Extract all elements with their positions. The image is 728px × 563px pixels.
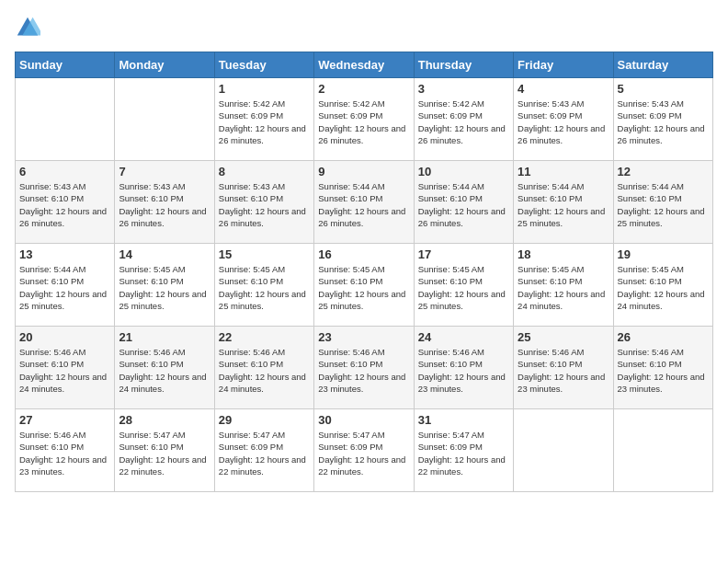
calendar-day-cell: 5Sunrise: 5:43 AM Sunset: 6:09 PM Daylig… [613,78,712,161]
day-info: Sunrise: 5:44 AM Sunset: 6:10 PM Dayligh… [318,180,409,229]
calendar-day-cell: 22Sunrise: 5:46 AM Sunset: 6:10 PM Dayli… [214,327,313,409]
calendar-week-row: 20Sunrise: 5:46 AM Sunset: 6:10 PM Dayli… [16,327,713,409]
day-info: Sunrise: 5:45 AM Sunset: 6:10 PM Dayligh… [318,263,409,312]
calendar-day-cell: 21Sunrise: 5:46 AM Sunset: 6:10 PM Dayli… [115,327,214,409]
calendar-day-cell: 27Sunrise: 5:46 AM Sunset: 6:10 PM Dayli… [16,409,115,492]
day-info: Sunrise: 5:43 AM Sunset: 6:10 PM Dayligh… [19,180,110,229]
day-info: Sunrise: 5:46 AM Sunset: 6:10 PM Dayligh… [518,346,609,395]
calendar-day-header: Monday [115,52,214,78]
day-number: 24 [418,330,509,344]
day-number: 1 [219,82,310,96]
calendar-day-cell [16,78,115,161]
calendar-day-header: Saturday [613,52,712,78]
day-info: Sunrise: 5:45 AM Sunset: 6:10 PM Dayligh… [219,263,310,312]
day-info: Sunrise: 5:47 AM Sunset: 6:10 PM Dayligh… [119,429,210,477]
day-info: Sunrise: 5:43 AM Sunset: 6:10 PM Dayligh… [119,180,210,229]
calendar-day-cell: 15Sunrise: 5:45 AM Sunset: 6:10 PM Dayli… [214,244,313,327]
calendar-day-cell: 9Sunrise: 5:44 AM Sunset: 6:10 PM Daylig… [314,161,414,244]
day-info: Sunrise: 5:43 AM Sunset: 6:09 PM Dayligh… [518,98,609,146]
day-number: 11 [518,165,609,178]
day-number: 3 [418,82,509,96]
calendar-day-cell: 17Sunrise: 5:45 AM Sunset: 6:10 PM Dayli… [414,244,513,327]
calendar-day-cell: 24Sunrise: 5:46 AM Sunset: 6:10 PM Dayli… [414,327,513,409]
calendar-day-cell: 7Sunrise: 5:43 AM Sunset: 6:10 PM Daylig… [115,161,214,244]
day-number: 4 [518,82,609,96]
day-number: 25 [518,330,609,344]
calendar-week-row: 27Sunrise: 5:46 AM Sunset: 6:10 PM Dayli… [16,409,713,492]
calendar-day-cell: 31Sunrise: 5:47 AM Sunset: 6:09 PM Dayli… [414,409,513,492]
calendar-day-cell: 14Sunrise: 5:45 AM Sunset: 6:10 PM Dayli… [115,244,214,327]
day-info: Sunrise: 5:45 AM Sunset: 6:10 PM Dayligh… [119,263,210,312]
day-info: Sunrise: 5:45 AM Sunset: 6:10 PM Dayligh… [518,263,609,312]
day-number: 17 [418,247,509,261]
day-info: Sunrise: 5:42 AM Sunset: 6:09 PM Dayligh… [318,98,409,146]
day-number: 31 [418,413,509,427]
day-info: Sunrise: 5:44 AM Sunset: 6:10 PM Dayligh… [418,180,509,229]
calendar-day-header: Thursday [414,52,513,78]
calendar-day-cell: 13Sunrise: 5:44 AM Sunset: 6:10 PM Dayli… [16,244,115,327]
day-number: 16 [318,247,409,261]
day-info: Sunrise: 5:43 AM Sunset: 6:10 PM Dayligh… [219,180,310,229]
day-info: Sunrise: 5:44 AM Sunset: 6:10 PM Dayligh… [19,263,110,312]
day-number: 15 [219,247,310,261]
calendar-week-row: 6Sunrise: 5:43 AM Sunset: 6:10 PM Daylig… [16,161,713,244]
calendar-day-cell: 10Sunrise: 5:44 AM Sunset: 6:10 PM Dayli… [414,161,513,244]
calendar-day-header: Wednesday [314,52,414,78]
day-info: Sunrise: 5:44 AM Sunset: 6:10 PM Dayligh… [518,180,609,229]
day-number: 6 [19,165,110,178]
day-number: 27 [19,413,110,427]
day-number: 13 [19,247,110,261]
page-header [15,15,713,40]
day-info: Sunrise: 5:45 AM Sunset: 6:10 PM Dayligh… [618,263,709,312]
calendar-day-cell: 4Sunrise: 5:43 AM Sunset: 6:09 PM Daylig… [514,78,613,161]
day-info: Sunrise: 5:47 AM Sunset: 6:09 PM Dayligh… [418,429,509,477]
day-number: 19 [618,247,709,261]
day-number: 5 [618,82,709,96]
calendar-day-cell: 11Sunrise: 5:44 AM Sunset: 6:10 PM Dayli… [514,161,613,244]
day-info: Sunrise: 5:42 AM Sunset: 6:09 PM Dayligh… [219,98,310,146]
day-number: 8 [219,165,310,178]
day-info: Sunrise: 5:45 AM Sunset: 6:10 PM Dayligh… [418,263,509,312]
day-number: 22 [219,330,310,344]
calendar-header-row: SundayMondayTuesdayWednesdayThursdayFrid… [16,52,713,78]
day-info: Sunrise: 5:46 AM Sunset: 6:10 PM Dayligh… [418,346,509,395]
day-number: 21 [119,330,210,344]
calendar-day-cell: 8Sunrise: 5:43 AM Sunset: 6:10 PM Daylig… [214,161,313,244]
day-number: 10 [418,165,509,178]
day-number: 2 [318,82,409,96]
day-number: 18 [518,247,609,261]
day-number: 20 [19,330,110,344]
day-info: Sunrise: 5:47 AM Sunset: 6:09 PM Dayligh… [318,429,409,477]
calendar-day-header: Sunday [16,52,115,78]
day-info: Sunrise: 5:46 AM Sunset: 6:10 PM Dayligh… [219,346,310,395]
day-info: Sunrise: 5:46 AM Sunset: 6:10 PM Dayligh… [19,346,110,395]
day-info: Sunrise: 5:46 AM Sunset: 6:10 PM Dayligh… [19,429,110,477]
calendar-day-header: Tuesday [214,52,313,78]
calendar-day-cell: 1Sunrise: 5:42 AM Sunset: 6:09 PM Daylig… [214,78,313,161]
calendar-day-cell: 19Sunrise: 5:45 AM Sunset: 6:10 PM Dayli… [613,244,712,327]
calendar-day-cell [115,78,214,161]
calendar-day-cell: 30Sunrise: 5:47 AM Sunset: 6:09 PM Dayli… [314,409,414,492]
logo-icon [15,15,40,40]
calendar-day-cell: 6Sunrise: 5:43 AM Sunset: 6:10 PM Daylig… [16,161,115,244]
day-number: 14 [119,247,210,261]
calendar-day-cell: 23Sunrise: 5:46 AM Sunset: 6:10 PM Dayli… [314,327,414,409]
calendar-day-cell: 28Sunrise: 5:47 AM Sunset: 6:10 PM Dayli… [115,409,214,492]
day-info: Sunrise: 5:46 AM Sunset: 6:10 PM Dayligh… [119,346,210,395]
day-number: 30 [318,413,409,427]
calendar-day-cell: 25Sunrise: 5:46 AM Sunset: 6:10 PM Dayli… [514,327,613,409]
day-number: 9 [318,165,409,178]
day-number: 29 [219,413,310,427]
calendar-day-cell: 20Sunrise: 5:46 AM Sunset: 6:10 PM Dayli… [16,327,115,409]
calendar-day-cell: 16Sunrise: 5:45 AM Sunset: 6:10 PM Dayli… [314,244,414,327]
day-info: Sunrise: 5:43 AM Sunset: 6:09 PM Dayligh… [618,98,709,146]
day-info: Sunrise: 5:46 AM Sunset: 6:10 PM Dayligh… [318,346,409,395]
calendar-day-cell: 12Sunrise: 5:44 AM Sunset: 6:10 PM Dayli… [613,161,712,244]
day-number: 12 [618,165,709,178]
day-info: Sunrise: 5:47 AM Sunset: 6:09 PM Dayligh… [219,429,310,477]
calendar-day-cell: 2Sunrise: 5:42 AM Sunset: 6:09 PM Daylig… [314,78,414,161]
calendar-week-row: 1Sunrise: 5:42 AM Sunset: 6:09 PM Daylig… [16,78,713,161]
day-number: 26 [618,330,709,344]
calendar-table: SundayMondayTuesdayWednesdayThursdayFrid… [15,52,713,492]
day-number: 7 [119,165,210,178]
